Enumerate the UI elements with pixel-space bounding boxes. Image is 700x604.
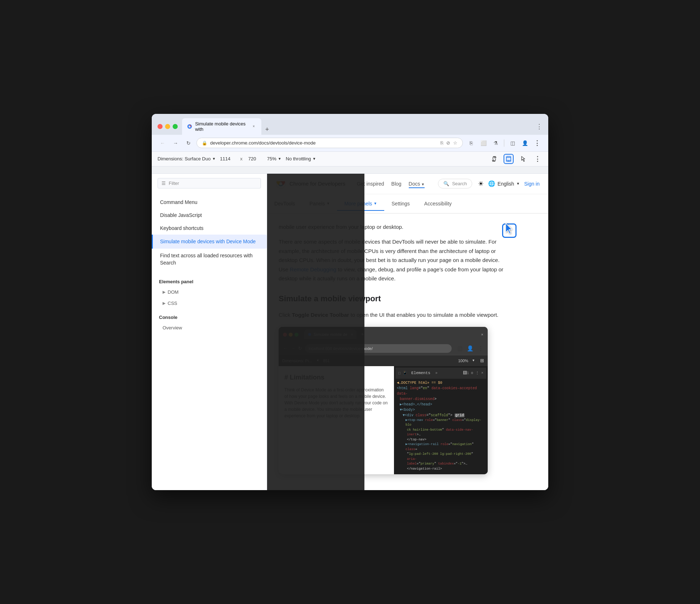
tab-accessibility[interactable]: Accessibility (417, 197, 459, 211)
zoom-chevron-icon: ▼ (278, 157, 282, 161)
devtools-more-icon: ⋮ (475, 370, 479, 376)
nested-device-bar: Dimensions: Pi… ▼ 851 100% ▼ ⊞ (279, 355, 488, 366)
nested-refresh-btn: ↻ (298, 345, 302, 352)
device-select[interactable]: Dimensions: Surface Duo ▼ (158, 156, 216, 161)
nested-close-light (283, 333, 287, 337)
device-label: Dimensions: Surface Duo (158, 156, 211, 161)
devtools-gear-icon: ⚙ (471, 370, 473, 376)
star-icon[interactable]: ☆ (453, 140, 457, 146)
nested-traffic-lights (283, 333, 298, 337)
sidebar-item-device-mode[interactable]: Simulate mobile devices with Device Mode (152, 235, 267, 249)
nested-page: # Limitations Think of Device Mode as a … (279, 366, 394, 474)
toggle-device-toolbar-text: Toggle Device Toolbar (292, 312, 349, 318)
tab-devtools[interactable]: DevTools (267, 197, 302, 211)
nested-limitations-heading: # Limitations (284, 372, 388, 383)
new-tab-button[interactable]: + (262, 125, 272, 135)
profile-button[interactable]: 👤 (519, 138, 530, 148)
nested-forward-btn: → (291, 345, 295, 352)
svg-point-8 (279, 182, 282, 185)
sidebar-item-dom[interactable]: ▶ DOM (152, 287, 267, 298)
cast-icon: ⎘ (440, 140, 443, 146)
throttle-select[interactable]: No throttling ▼ (286, 156, 316, 161)
sidebar-item-search[interactable]: Find text across all loaded resources wi… (152, 249, 267, 270)
sidebar-item-css[interactable]: ▶ CSS (152, 298, 267, 309)
nested-zoom-chevron: ▼ (472, 358, 475, 363)
site-nav: Get inspired Blog Docs (357, 179, 425, 188)
close-traffic-light[interactable] (158, 124, 163, 129)
sidebar-item-overview[interactable]: Overview (152, 322, 267, 333)
sidebar-toggle-button[interactable]: ◫ (507, 138, 518, 148)
minimize-traffic-light[interactable] (165, 124, 170, 129)
shield-icon: ⊘ (446, 140, 450, 146)
sidebar: ☰ Filter Command Menu Disable JavaScript… (152, 174, 267, 490)
code-line-13: </navigation-rail> (397, 467, 485, 472)
more-dots-icon: ⋮ (534, 155, 541, 163)
remote-debugging-link[interactable]: Remote Debugging (290, 266, 336, 272)
code-line-5: ▼<body> (397, 407, 485, 413)
sidebar-item-keyboard-shortcuts[interactable]: Keyboard shortcuts (152, 222, 267, 235)
sidebar-nav: Command Menu Disable JavaScript Keyboard… (152, 193, 267, 273)
chrome-menu-button[interactable]: ⋮ (532, 138, 542, 148)
sidebar-item-command-menu[interactable]: Command Menu (152, 196, 267, 209)
article-content: mobile user experience from your laptop … (267, 214, 519, 490)
site-logo[interactable]: Chrome for Developers (276, 179, 345, 189)
device-toolbar-more-button[interactable]: ⋮ (532, 154, 542, 164)
code-line-6: ▼<div class="scaffold"> grid (397, 413, 485, 418)
toggle-device-toolbar-button[interactable] (504, 154, 514, 164)
address-bar[interactable]: 🔒 developer.chrome.com/docs/devtools/dev… (196, 138, 463, 148)
nested-title-bar: Simulate mobile de × + × (279, 327, 488, 342)
title-bar: Simulate mobile devices with × + ⋮ (152, 114, 548, 135)
cast-page-button[interactable]: ⎘ (466, 138, 477, 148)
nested-limitations-text: Think of Device Mode as a first-order ap… (284, 387, 388, 419)
active-tab[interactable]: Simulate mobile devices with × (182, 118, 261, 135)
rotate-device-button[interactable] (489, 154, 499, 164)
page-content: Chrome for Developers Get inspired Blog … (267, 174, 548, 490)
devtools-close-icon: × (481, 370, 483, 376)
nav-blog[interactable]: Blog (391, 179, 402, 188)
globe-icon: 🌐 (488, 180, 495, 187)
sign-in-button[interactable]: Sign in (524, 181, 540, 187)
devtools-device-icon: 📱 (403, 370, 407, 376)
lock-icon: 🔒 (202, 141, 207, 146)
tab-close-button[interactable]: × (251, 124, 256, 129)
site-header: Chrome for Developers Get inspired Blog … (267, 174, 548, 194)
elements-panel-section: Elements panel (152, 273, 267, 287)
code-line-9: </top-nav> (397, 438, 485, 443)
inspect-element-button[interactable] (518, 154, 528, 164)
tab-panels[interactable]: Panels ▼ (302, 197, 337, 211)
nav-docs[interactable]: Docs (409, 179, 425, 188)
tab-bar: Simulate mobile devices with × + (182, 118, 532, 135)
nav-get-inspired[interactable]: Get inspired (357, 179, 384, 188)
site-search[interactable]: 🔍 Search (438, 179, 472, 188)
maximize-traffic-light[interactable] (173, 124, 178, 129)
language-selector[interactable]: 🌐 English ▼ (488, 180, 520, 187)
theme-icon[interactable]: ☀ (478, 180, 484, 188)
forward-button[interactable]: → (170, 138, 181, 148)
filter-input[interactable]: ☰ Filter (158, 178, 261, 188)
experiments-button[interactable]: ⚗ (490, 138, 501, 148)
code-line-8: ck hairline-bottom" data-side-nav-inert>… (397, 428, 485, 438)
nested-device-chevron: ▼ (316, 358, 319, 363)
nested-tab-label: Simulate mobile de (314, 331, 347, 338)
nested-max-light (294, 333, 298, 337)
site-name: Chrome for Developers (289, 181, 345, 187)
chrome-favicon (187, 124, 192, 129)
back-button[interactable]: ← (158, 138, 168, 148)
refresh-button[interactable]: ↻ (183, 138, 194, 148)
nested-devtools-panel: ⬚ 📱 Elements » 🅱1 ⚙ ⋮ × (394, 366, 488, 474)
extension-button[interactable]: ⬜ (478, 138, 489, 148)
tab-settings[interactable]: Settings (384, 197, 417, 211)
article-click-para: Click Toggle Device Toolbar to open the … (279, 310, 508, 320)
zoom-select[interactable]: 75% ▼ (267, 156, 282, 161)
code-line-7: ▶<top-nav role="banner" class="display-b… (397, 418, 485, 428)
throttle-chevron-icon: ▼ (313, 157, 316, 161)
css-arrow-icon: ▶ (163, 301, 165, 306)
chevron-down-icon: ▼ (212, 157, 216, 161)
tab-label: Simulate mobile devices with (195, 121, 248, 132)
nested-profile-icon: 👤 (467, 344, 474, 353)
window-menu-button[interactable]: ⋮ (536, 123, 542, 130)
sidebar-item-disable-js[interactable]: Disable JavaScript (152, 209, 267, 222)
tab-more-panels[interactable]: More panels ▼ (337, 197, 384, 211)
nested-back-btn: ← (283, 345, 288, 352)
dom-arrow-icon: ▶ (163, 290, 165, 294)
